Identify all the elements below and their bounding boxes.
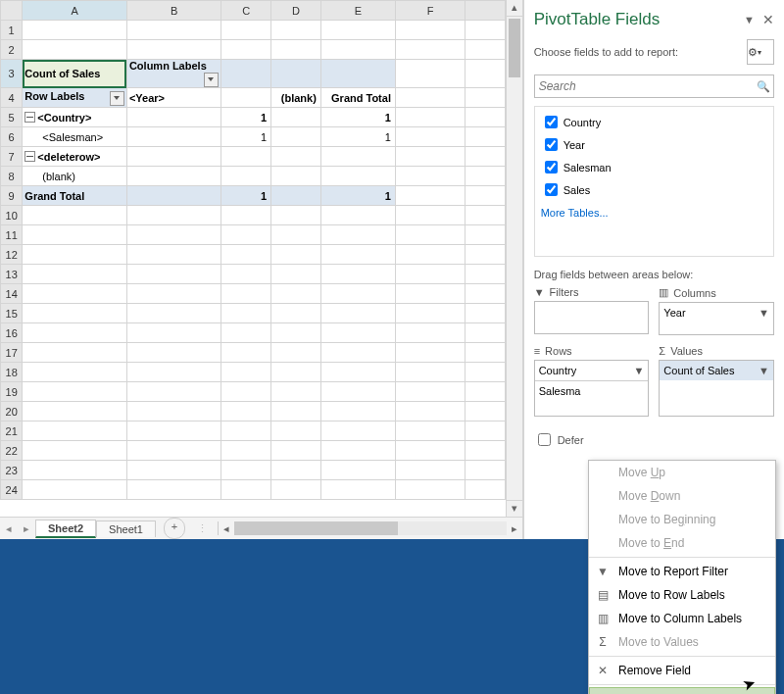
- pane-options-dropdown[interactable]: ▼: [744, 14, 755, 25]
- close-icon[interactable]: ✕: [762, 12, 774, 27]
- more-tables-link[interactable]: More Tables...: [541, 201, 767, 219]
- row-labels-dropdown[interactable]: [110, 91, 124, 106]
- gear-icon[interactable]: ⚙▾: [747, 39, 774, 65]
- cell-E5[interactable]: 1: [320, 108, 395, 127]
- row-header[interactable]: 18: [1, 363, 23, 382]
- field-checkbox[interactable]: [545, 161, 558, 174]
- row-header[interactable]: 9: [1, 186, 23, 206]
- rows-pill-country[interactable]: Country▼: [535, 361, 649, 381]
- row-header[interactable]: 21: [1, 421, 23, 441]
- col-header-A[interactable]: A: [23, 1, 127, 21]
- sheet-tab-active[interactable]: Sheet2: [35, 520, 96, 538]
- sheet-tab[interactable]: Sheet1: [96, 520, 156, 537]
- cell-A4[interactable]: Row Labels: [23, 88, 127, 108]
- cell-A7[interactable]: <deleterow>: [23, 147, 127, 167]
- collapse-icon[interactable]: [24, 151, 35, 162]
- menu-move-row-labels[interactable]: ▤Move to Row Labels: [589, 583, 775, 607]
- scroll-down-icon[interactable]: ▾: [507, 500, 522, 517]
- vertical-scrollbar[interactable]: ▴ ▾: [506, 0, 522, 517]
- scroll-thumb[interactable]: [509, 19, 520, 77]
- new-sheet-button[interactable]: +: [164, 518, 185, 539]
- col-header-D[interactable]: D: [271, 1, 321, 21]
- col-header-extra[interactable]: [466, 1, 506, 21]
- cell-E9[interactable]: 1: [320, 186, 395, 206]
- remove-icon: ✕: [595, 664, 611, 677]
- cell-B4[interactable]: <Year>: [126, 88, 220, 108]
- grid[interactable]: A B C D E F 1 2 3 Count of Sales Column …: [0, 0, 506, 517]
- field-checkbox[interactable]: [545, 138, 558, 151]
- defer-checkbox[interactable]: [538, 433, 551, 446]
- tab-nav-prev[interactable]: ◂: [0, 522, 18, 535]
- rows-pill-salesman[interactable]: Salesma: [535, 381, 649, 401]
- cell-D4[interactable]: (blank): [271, 88, 321, 108]
- col-header-F[interactable]: F: [395, 1, 465, 21]
- cell-A5[interactable]: <Country>: [23, 108, 127, 127]
- scroll-thumb[interactable]: [234, 521, 398, 535]
- horizontal-scrollbar[interactable]: ◂ ▸: [218, 521, 522, 535]
- values-pill-count-of-sales[interactable]: Count of Sales▼: [660, 361, 773, 380]
- field-checkbox[interactable]: [545, 183, 558, 196]
- cell-C9[interactable]: 1: [221, 186, 271, 206]
- row-header[interactable]: 4: [1, 88, 23, 108]
- cell-C5[interactable]: 1: [221, 108, 271, 127]
- row-header[interactable]: 8: [1, 167, 23, 186]
- row-header[interactable]: 6: [1, 127, 23, 147]
- select-all-corner[interactable]: [1, 1, 23, 21]
- menu-move-values: ΣMove to Values: [589, 630, 775, 654]
- row-header[interactable]: 16: [1, 323, 23, 343]
- cell-A3[interactable]: Count of Sales: [23, 60, 127, 88]
- row-header[interactable]: 13: [1, 265, 23, 284]
- col-header-C[interactable]: C: [221, 1, 271, 21]
- areas-instruction: Drag fields between areas below:: [524, 263, 784, 286]
- collapse-icon[interactable]: [24, 112, 35, 123]
- row-header[interactable]: 1: [1, 21, 23, 40]
- row-header[interactable]: 19: [1, 382, 23, 402]
- row-header[interactable]: 23: [1, 461, 23, 480]
- values-area[interactable]: ΣValues Count of Sales▼: [659, 345, 774, 417]
- row-header[interactable]: 10: [1, 206, 23, 225]
- row-header[interactable]: 12: [1, 245, 23, 265]
- row-header[interactable]: 17: [1, 343, 23, 363]
- col-header-B[interactable]: B: [126, 1, 220, 21]
- search-input[interactable]: [535, 79, 754, 93]
- row-header[interactable]: 20: [1, 402, 23, 421]
- field-item-year[interactable]: Year: [541, 133, 767, 156]
- columns-area[interactable]: ▥Columns Year▼: [659, 286, 774, 335]
- field-item-country[interactable]: Country: [541, 111, 767, 133]
- scroll-left-icon[interactable]: ◂: [219, 522, 234, 535]
- menu-move-column-labels[interactable]: ▥Move to Column Labels: [589, 607, 775, 630]
- row-header[interactable]: 7: [1, 147, 23, 167]
- search-icon: 🔍: [754, 80, 773, 93]
- field-item-salesman[interactable]: Salesman: [541, 156, 767, 178]
- row-header[interactable]: 5: [1, 108, 23, 127]
- columns-pill-year[interactable]: Year▼: [660, 303, 773, 322]
- menu-move-up: Move Up: [589, 461, 775, 484]
- columns-icon: ▥: [595, 612, 611, 625]
- pane-title: PivotTable Fields: [534, 10, 736, 29]
- column-labels-dropdown[interactable]: [204, 73, 219, 87]
- cell-E4[interactable]: Grand Total: [320, 88, 395, 108]
- scroll-right-icon[interactable]: ▸: [507, 522, 522, 535]
- cell-A9[interactable]: Grand Total: [23, 186, 127, 206]
- rows-area[interactable]: ≡Rows Country▼ Salesma: [534, 345, 650, 417]
- cell-B3[interactable]: Column Labels: [126, 60, 220, 88]
- filters-area[interactable]: ▼Filters: [534, 286, 650, 335]
- cell-E6[interactable]: 1: [320, 127, 395, 147]
- field-search[interactable]: 🔍: [534, 74, 774, 98]
- row-header[interactable]: 24: [1, 480, 23, 500]
- field-item-sales[interactable]: Sales: [541, 178, 767, 201]
- row-header[interactable]: 22: [1, 441, 23, 461]
- cell-C6[interactable]: 1: [221, 127, 271, 147]
- col-header-E[interactable]: E: [320, 1, 395, 21]
- cell-A8[interactable]: (blank): [23, 167, 127, 186]
- scroll-up-icon[interactable]: ▴: [507, 0, 522, 17]
- tab-nav-next[interactable]: ▸: [18, 522, 35, 535]
- field-checkbox[interactable]: [545, 116, 558, 128]
- row-header[interactable]: 11: [1, 225, 23, 245]
- row-header[interactable]: 15: [1, 304, 23, 323]
- menu-move-report-filter[interactable]: ▼Move to Report Filter: [589, 560, 775, 583]
- row-header[interactable]: 3: [1, 60, 23, 88]
- row-header[interactable]: 14: [1, 284, 23, 304]
- row-header[interactable]: 2: [1, 40, 23, 60]
- cell-A6[interactable]: <Salesman>: [23, 127, 127, 147]
